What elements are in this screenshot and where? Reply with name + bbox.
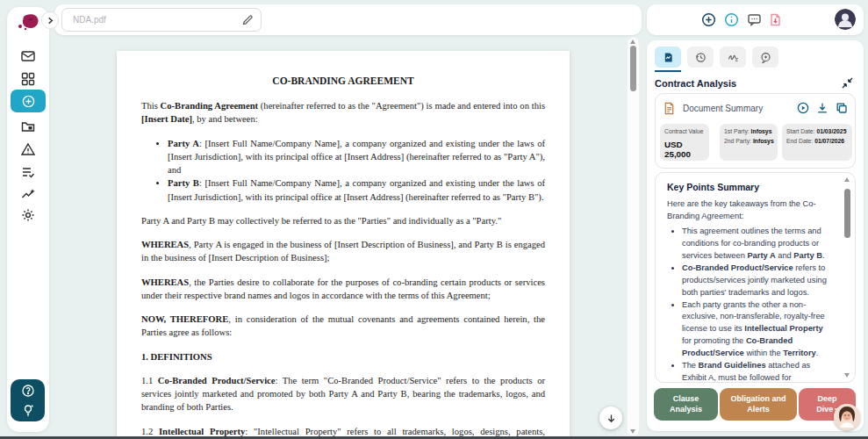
document-paragraph: Party A and Party B may collectively be … xyxy=(141,214,545,227)
download-icon[interactable] xyxy=(816,102,829,114)
scrollbar-thumb[interactable] xyxy=(844,189,850,238)
tab-signature[interactable] xyxy=(720,47,746,68)
scrollbar-thumb[interactable] xyxy=(630,46,636,91)
document-scrollbar[interactable] xyxy=(627,37,640,436)
key-points-card: Key Points Summary Here are the key take… xyxy=(655,172,856,383)
panel-title: Contract Analysis xyxy=(655,78,736,89)
export-pdf-icon[interactable] xyxy=(768,12,783,27)
document-paragraph: This Co-Branding Agreement (hereinafter … xyxy=(141,99,545,126)
summary-doc-icon xyxy=(663,102,676,115)
document-paragraph: WHEREAS, the Parties desire to collabora… xyxy=(141,276,545,303)
user-avatar[interactable] xyxy=(835,9,856,30)
document-paragraph: WHEREAS, Party A is engaged in the busin… xyxy=(141,238,545,265)
obligation-alerts-button[interactable]: Obligation and Alerts xyxy=(720,388,797,421)
filename-input[interactable] xyxy=(62,9,261,31)
key-points-scrollbar[interactable] xyxy=(843,177,851,378)
tab-chat-add[interactable] xyxy=(752,47,778,68)
document-paragraph: NOW, THEREFORE, in consideration of the … xyxy=(141,313,545,340)
contract-value-label: Contract Value xyxy=(664,127,705,137)
key-point-item: The Brand Guidelines attached as Exhibit… xyxy=(682,360,830,383)
tab-document-analysis[interactable] xyxy=(655,47,681,68)
end-date-value: 01/07/2026 xyxy=(814,138,844,144)
copy-icon[interactable] xyxy=(836,102,848,114)
key-points-list: This agreement outlines the terms and co… xyxy=(667,226,830,383)
sidebar xyxy=(7,7,49,432)
end-date-label: End Date: xyxy=(786,138,813,144)
key-points-title: Key Points Summary xyxy=(667,182,830,192)
panel-tabs xyxy=(655,47,778,68)
scroll-up-arrow-icon[interactable] xyxy=(630,40,635,44)
sidebar-item-add-active[interactable] xyxy=(11,90,46,112)
dashboard-icon[interactable] xyxy=(20,71,36,87)
document-paragraph: 1.1 Co-Branded Product/Service: The term… xyxy=(141,374,545,414)
scroll-to-bottom-button[interactable] xyxy=(599,407,622,429)
scroll-up-arrow-icon[interactable] xyxy=(844,177,850,182)
chat-icon[interactable] xyxy=(747,12,762,27)
parties-pill: 1st Party: Infosys 2nd Party: Infosys xyxy=(720,124,778,161)
panel-toolbar xyxy=(647,4,864,35)
contract-analysis-panel: Contract Analysis Document Summary Contr… xyxy=(647,40,864,431)
document-section-heading: 1. DEFINITIONS xyxy=(141,350,545,363)
assistant-avatar[interactable] xyxy=(834,404,860,430)
summary-title: Document Summary xyxy=(683,104,790,113)
filename-field-wrap xyxy=(61,8,262,32)
analytics-icon[interactable] xyxy=(20,185,36,201)
clause-analysis-button[interactable]: Clause Analysis xyxy=(654,388,718,421)
pdf-page: CO-BRANDING AGREEMENT This Co-Branding A… xyxy=(117,51,570,439)
key-points-intro: Here are the key takeaways from the Co-B… xyxy=(667,198,830,223)
key-point-item: This agreement outlines the terms and co… xyxy=(682,226,830,263)
folder-icon[interactable] xyxy=(20,119,36,134)
edit-filename-icon[interactable] xyxy=(241,14,254,26)
document-title: CO-BRANDING AGREEMENT xyxy=(141,76,545,86)
party-a-item: Party A: [Insert Full Name/Company Name]… xyxy=(168,137,545,177)
key-point-item: Co-Branded Product/Service refers to pro… xyxy=(682,263,830,299)
party-b-item: Party B: [Insert Full Name/Company Name]… xyxy=(168,176,545,204)
play-icon[interactable] xyxy=(797,102,809,114)
mail-icon[interactable] xyxy=(20,48,36,64)
scroll-down-arrow-icon[interactable] xyxy=(630,429,635,434)
document-summary-card: Document Summary Contract Value USD 25,0… xyxy=(655,93,856,169)
start-date-value: 01/03/2025 xyxy=(816,128,846,134)
collapse-panel-icon[interactable] xyxy=(841,76,854,90)
key-points-content: Key Points Summary Here are the key take… xyxy=(667,182,830,383)
help-panel xyxy=(11,379,45,421)
tab-history[interactable] xyxy=(687,47,714,68)
second-party-label: 2nd Party: xyxy=(724,138,751,144)
start-date-label: Start Date: xyxy=(786,128,815,134)
scroll-down-arrow-icon[interactable] xyxy=(844,373,850,378)
idea-icon[interactable] xyxy=(21,403,35,417)
document-toolbar xyxy=(54,4,642,35)
info-icon[interactable] xyxy=(724,12,739,27)
contract-value-pill: Contract Value USD 25,000 xyxy=(660,124,709,161)
help-icon[interactable] xyxy=(21,384,35,398)
parties-list: Party A: [Insert Full Name/Company Name]… xyxy=(141,137,545,204)
key-point-item: Each party grants the other a non-exclus… xyxy=(682,299,830,361)
first-party-label: 1st Party: xyxy=(724,128,750,134)
dates-pill: Start Date: 01/03/2025 End Date: 01/07/2… xyxy=(782,124,852,161)
add-circle-icon[interactable] xyxy=(701,12,716,27)
brand-logo-icon xyxy=(15,11,43,36)
first-party-value: Infosys xyxy=(751,128,772,134)
summary-header: Document Summary xyxy=(663,100,848,116)
tasks-icon[interactable] xyxy=(20,164,36,180)
sidebar-expand-button[interactable] xyxy=(41,11,59,29)
settings-icon[interactable] xyxy=(20,207,36,223)
contract-value: USD 25,000 xyxy=(664,140,705,159)
alert-icon[interactable] xyxy=(20,141,36,157)
second-party-value: Infosys xyxy=(753,138,774,144)
